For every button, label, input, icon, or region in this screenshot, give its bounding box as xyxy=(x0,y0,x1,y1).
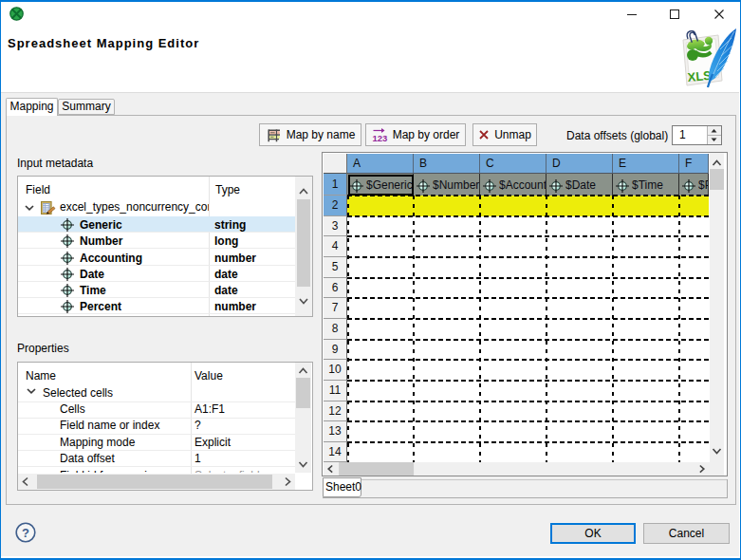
svg-text:?: ? xyxy=(22,526,29,540)
svg-text:123: 123 xyxy=(372,133,387,143)
